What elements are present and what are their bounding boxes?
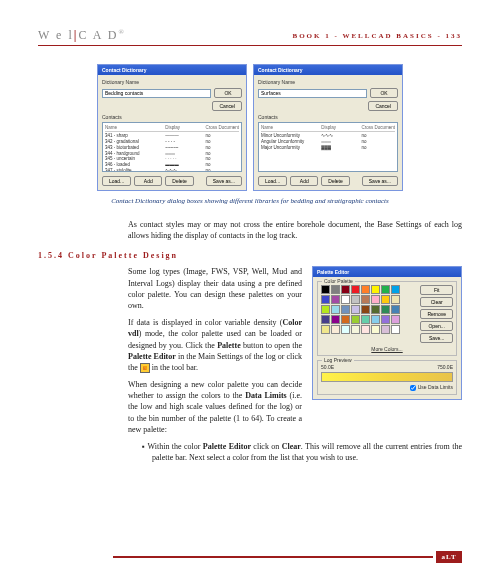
- color-swatch[interactable]: [351, 295, 360, 304]
- contact-dictionary-dialog-2: Contact Dictionary Dictionary Name Surfa…: [253, 64, 403, 191]
- color-swatch-grid[interactable]: [321, 285, 400, 334]
- color-swatch[interactable]: [391, 305, 400, 314]
- palette-editor-dialog: Palette Editor Color Palette Fit Clear R…: [312, 266, 462, 400]
- use-data-limits-checkbox[interactable]: Use Data Limits: [321, 384, 453, 391]
- palette-preview-bar: [321, 372, 453, 382]
- color-swatch[interactable]: [391, 285, 400, 294]
- contacts-table[interactable]: NameDisplayCross Document 341 - sharp———…: [102, 122, 242, 172]
- table-row[interactable]: 347 - stylolite∿∿∿no: [105, 168, 239, 172]
- color-swatch[interactable]: [381, 305, 390, 314]
- table-row[interactable]: Major Unconformity▓▓▓no: [261, 145, 395, 151]
- color-swatch[interactable]: [381, 325, 390, 334]
- color-swatch[interactable]: [391, 315, 400, 324]
- clear-button[interactable]: Clear: [420, 297, 453, 307]
- color-swatch[interactable]: [331, 315, 340, 324]
- color-swatch[interactable]: [321, 305, 330, 314]
- color-swatch[interactable]: [341, 325, 350, 334]
- dictionary-name-input[interactable]: Bedding contacts: [102, 89, 211, 98]
- color-swatch[interactable]: [371, 305, 380, 314]
- color-swatch[interactable]: [331, 325, 340, 334]
- load-button[interactable]: Load...: [258, 176, 287, 186]
- contacts-table[interactable]: NameDisplayCross Document Minor Unconfor…: [258, 122, 398, 172]
- dialog-screenshots: Contact Dictionary Dictionary Name Beddi…: [38, 64, 462, 191]
- load-button[interactable]: Load...: [102, 176, 131, 186]
- add-button[interactable]: Add: [290, 176, 318, 186]
- cancel-button[interactable]: Cancel: [212, 101, 242, 111]
- color-swatch[interactable]: [391, 295, 400, 304]
- figure-caption: Contact Dictionary dialog boxes showing …: [38, 197, 462, 205]
- palette-toolbar-icon: [140, 363, 150, 373]
- color-swatch[interactable]: [331, 305, 340, 314]
- delete-button[interactable]: Delete: [165, 176, 193, 186]
- color-swatch[interactable]: [361, 285, 370, 294]
- color-swatch[interactable]: [381, 315, 390, 324]
- ok-button[interactable]: OK: [370, 88, 398, 98]
- body-paragraph: Some log types (Image, FWS, VSP, Well, M…: [128, 266, 302, 311]
- ok-button[interactable]: OK: [214, 88, 242, 98]
- section-heading: 1.5.4 Color Palette Design: [38, 251, 462, 260]
- body-paragraph: When designing a new color palette you c…: [128, 379, 302, 435]
- dialog-title: Palette Editor: [313, 267, 461, 277]
- color-swatch[interactable]: [351, 325, 360, 334]
- dialog-title: Contact Dictionary: [254, 65, 402, 75]
- color-swatch[interactable]: [371, 285, 380, 294]
- page-header: W e l|C A D® BOOK 1 - WELLCAD BASICS - 1…: [38, 28, 462, 46]
- color-swatch[interactable]: [321, 295, 330, 304]
- breadcrumb: BOOK 1 - WELLCAD BASICS - 133: [292, 32, 462, 40]
- color-swatch[interactable]: [351, 305, 360, 314]
- delete-button[interactable]: Delete: [321, 176, 349, 186]
- saveas-button[interactable]: Save as...: [362, 176, 398, 186]
- alt-logo: aLT: [436, 551, 462, 563]
- color-swatch[interactable]: [361, 305, 370, 314]
- color-swatch[interactable]: [361, 325, 370, 334]
- fit-button[interactable]: Fit: [420, 285, 453, 295]
- bullet-item: ▪ Within the color Palette Editor click …: [142, 441, 462, 463]
- saveas-button[interactable]: Save as...: [206, 176, 242, 186]
- contact-dictionary-dialog-1: Contact Dictionary Dictionary Name Beddi…: [97, 64, 247, 191]
- more-colors-link[interactable]: More Colors...: [321, 346, 453, 352]
- color-swatch[interactable]: [381, 295, 390, 304]
- color-swatch[interactable]: [371, 295, 380, 304]
- dictionary-name-input[interactable]: Surfaces: [258, 89, 367, 98]
- color-swatch[interactable]: [341, 295, 350, 304]
- color-swatch[interactable]: [331, 295, 340, 304]
- color-swatch[interactable]: [351, 315, 360, 324]
- color-swatch[interactable]: [361, 295, 370, 304]
- color-swatch[interactable]: [381, 285, 390, 294]
- color-swatch[interactable]: [371, 325, 380, 334]
- color-swatch[interactable]: [351, 285, 360, 294]
- body-paragraph: If data is displayed in color variable d…: [128, 317, 302, 373]
- add-button[interactable]: Add: [134, 176, 162, 186]
- color-swatch[interactable]: [321, 285, 330, 294]
- color-swatch[interactable]: [361, 315, 370, 324]
- color-swatch[interactable]: [321, 315, 330, 324]
- color-swatch[interactable]: [321, 325, 330, 334]
- cancel-button[interactable]: Cancel: [368, 101, 398, 111]
- color-swatch[interactable]: [341, 305, 350, 314]
- color-swatch[interactable]: [341, 285, 350, 294]
- body-paragraph: As contact styles may or may not cross t…: [128, 219, 462, 241]
- color-swatch[interactable]: [371, 315, 380, 324]
- remove-button[interactable]: Remove: [420, 309, 453, 319]
- page-footer: aLT: [113, 551, 462, 563]
- wellcad-logo: W e l|C A D®: [38, 28, 126, 43]
- color-swatch[interactable]: [391, 325, 400, 334]
- dialog-title: Contact Dictionary: [98, 65, 246, 75]
- color-swatch[interactable]: [341, 315, 350, 324]
- save-button[interactable]: Save...: [420, 333, 453, 343]
- open-button[interactable]: Open...: [420, 321, 453, 331]
- color-swatch[interactable]: [331, 285, 340, 294]
